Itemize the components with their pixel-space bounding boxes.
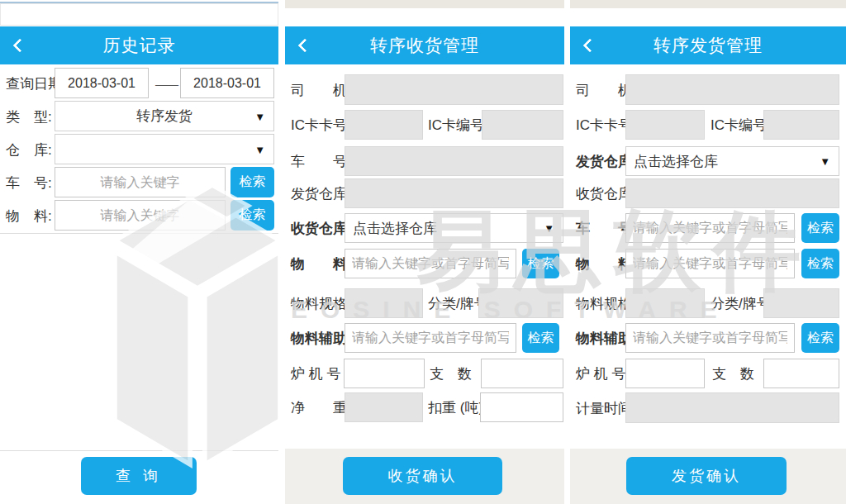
truck-no-label: 车 号 [291, 152, 347, 171]
date-from-field[interactable]: 2018-03-01 [55, 68, 149, 98]
type-row: 类 型: 转序发货 ▼ [0, 101, 278, 131]
ic-card-row: IC卡卡号 IC卡编号 [285, 110, 564, 140]
piece-count-input[interactable] [763, 359, 839, 388]
material-spec-field-readonly [625, 288, 705, 318]
back-icon[interactable] [583, 39, 597, 53]
weigh-time-field-readonly [625, 392, 839, 423]
furnace-no-input[interactable] [344, 359, 425, 388]
material-row: 物 料 检索 [285, 249, 564, 278]
driver-label: 司 机 [291, 80, 347, 99]
ship-warehouse-row: 发货仓库 [285, 178, 564, 208]
furnace-no-input[interactable] [625, 359, 705, 388]
material-row: 物 料 检索 [570, 249, 846, 278]
page-title: 转序发货管理 [654, 34, 763, 57]
material-aux-input[interactable] [625, 323, 795, 353]
truck-no-row: 车 号 检索 [570, 213, 846, 243]
material-input[interactable] [345, 249, 516, 278]
history-panel: 历史记录 查询日期: 2018-03-01 —— 2018-03-01 类 型:… [0, 0, 278, 504]
ship-confirm-button[interactable]: 发货确认 [626, 457, 787, 495]
ship-header: 转序发货管理 [570, 26, 846, 64]
transfer-receive-panel: 转序收货管理 司 机 IC卡卡号 IC卡编号 车 号 发货仓库 收货仓库 点击选… [285, 0, 564, 504]
material-input[interactable] [55, 200, 226, 231]
transfer-ship-panel: 转序发货管理 司 机 IC卡卡号 IC卡编号 发货仓库 点击选择仓库 ▼ 收货仓… [570, 0, 846, 504]
truck-search-button[interactable]: 检索 [231, 167, 274, 197]
material-label: 物 料: [6, 206, 52, 225]
recv-warehouse-row: 收货仓库 [570, 178, 846, 208]
ship-warehouse-label: 发货仓库 [576, 152, 632, 171]
ic-no-field-readonly [482, 110, 563, 140]
type-select[interactable]: 转序发货 ▼ [55, 101, 274, 131]
material-input[interactable] [625, 249, 795, 278]
ship-warehouse-select[interactable]: 点击选择仓库 ▼ [625, 146, 839, 176]
ship-warehouse-placeholder: 点击选择仓库 [634, 152, 718, 171]
material-search-button[interactable]: 检索 [801, 249, 839, 278]
page-title: 历史记录 [103, 34, 176, 57]
chevron-down-icon: ▼ [820, 156, 830, 167]
app-stage: 历史记录 查询日期: 2018-03-01 —— 2018-03-01 类 型:… [0, 0, 846, 504]
ic-no-field-readonly [763, 110, 839, 140]
driver-field-readonly [625, 74, 839, 105]
material-spec-label: 物料规格 [576, 294, 632, 313]
back-icon[interactable] [298, 39, 312, 53]
deduct-weight-input[interactable] [480, 392, 563, 422]
footer-divider [0, 450, 278, 451]
material-search-button[interactable]: 检索 [231, 200, 274, 231]
warehouse-select[interactable]: ▼ [55, 134, 274, 164]
piece-count-input[interactable] [481, 359, 563, 388]
chevron-down-icon: ▼ [544, 223, 554, 234]
material-aux-row: 物料辅助 检索 [570, 323, 846, 353]
material-aux-input[interactable] [345, 323, 516, 353]
form-divider [0, 233, 278, 234]
truck-no-label: 车 号: [6, 173, 52, 192]
material-aux-label: 物料辅助 [291, 329, 347, 348]
material-aux-label: 物料辅助 [576, 329, 632, 348]
net-weight-field-readonly [345, 392, 423, 422]
piece-count-label: 支 数 [430, 364, 472, 383]
recv-warehouse-label: 收货仓库 [576, 184, 632, 203]
class-brand-field-readonly [478, 288, 563, 318]
recv-warehouse-row: 收货仓库 点击选择仓库 ▼ [285, 213, 564, 243]
weigh-time-label: 计量时间 [576, 398, 632, 417]
driver-row: 司 机 [285, 74, 564, 105]
ic-card-field-readonly [345, 110, 423, 140]
query-button[interactable]: 查 询 [81, 457, 197, 495]
truck-no-row: 车 号 [285, 146, 564, 176]
material-row: 物 料: 检索 [0, 200, 278, 231]
material-aux-row: 物料辅助 检索 [285, 323, 564, 353]
query-date-row: 查询日期: 2018-03-01 —— 2018-03-01 [0, 68, 278, 98]
ship-warehouse-label: 发货仓库 [291, 184, 347, 203]
truck-search-button[interactable]: 检索 [801, 213, 839, 243]
driver-field-readonly [345, 74, 563, 105]
truck-no-row: 车 号: 检索 [0, 167, 278, 197]
recv-warehouse-select[interactable]: 点击选择仓库 ▼ [345, 213, 563, 243]
material-spec-label: 物料规格 [291, 294, 347, 313]
history-header: 历史记录 [0, 26, 278, 64]
warehouse-row: 仓 库: ▼ [0, 134, 278, 164]
truck-no-input[interactable] [55, 167, 226, 197]
weigh-time-row: 计量时间 [570, 392, 846, 423]
piece-count-label: 支 数 [712, 364, 754, 383]
date-to-field[interactable]: 2018-03-01 [180, 68, 274, 98]
material-aux-search-button[interactable]: 检索 [801, 323, 839, 353]
material-spec-row: 物料规格 分类/牌号 [570, 288, 846, 318]
ic-card-label: IC卡卡号 [291, 116, 347, 135]
net-weight-row: 净 重 扣重 (吨) [285, 392, 564, 422]
receive-confirm-button[interactable]: 收货确认 [343, 457, 502, 495]
net-weight-label: 净 重 [291, 398, 347, 417]
truck-no-label: 车 号 [576, 219, 632, 238]
left-top-white-bar [0, 3, 278, 26]
material-search-button[interactable]: 检索 [522, 249, 559, 278]
material-spec-field-readonly [345, 288, 423, 318]
furnace-row: 炉 机 号 支 数 [570, 359, 846, 388]
furnace-row: 炉 机 号 支 数 [285, 359, 564, 388]
date-from-value: 2018-03-01 [68, 76, 135, 91]
truck-no-input[interactable] [625, 213, 795, 243]
ic-card-row: IC卡卡号 IC卡编号 [570, 110, 846, 140]
material-label: 物 料 [291, 254, 347, 273]
middle-top-strip [285, 0, 564, 8]
recv-warehouse-label: 收货仓库 [291, 219, 347, 238]
driver-label: 司 机 [576, 80, 632, 99]
ic-card-field-readonly [625, 110, 705, 140]
back-icon[interactable] [13, 39, 27, 53]
material-aux-search-button[interactable]: 检索 [522, 323, 559, 353]
